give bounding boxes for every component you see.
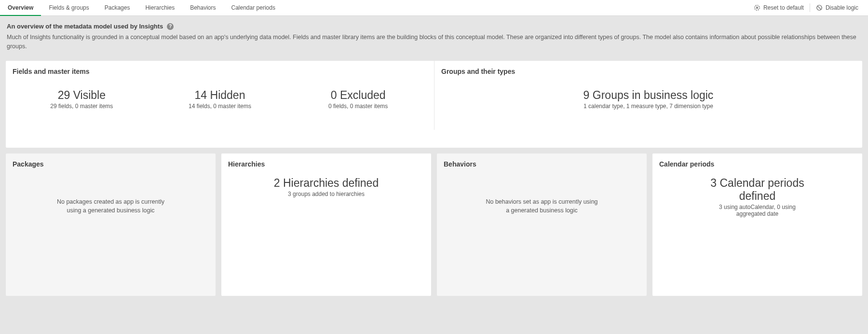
calendar-card: Calendar periods 3 Calendar periods defi… bbox=[652, 153, 862, 296]
groups-card-title: Groups and their types bbox=[441, 68, 855, 75]
stat-excluded-big: 0 Excluded bbox=[289, 89, 427, 102]
stat-groups-big: 9 Groups in business logic bbox=[441, 89, 855, 102]
stat-hidden-big: 14 Hidden bbox=[151, 89, 289, 102]
behaviors-card-title: Behaviors bbox=[444, 160, 640, 168]
tab-fields-groups[interactable]: Fields & groups bbox=[41, 0, 96, 16]
intro-title: An overview of the metadata model used b… bbox=[7, 23, 163, 30]
content: Fields and master items 29 Visible 29 fi… bbox=[0, 55, 868, 302]
tab-overview[interactable]: Overview bbox=[0, 0, 41, 16]
fields-master-items-panel: Fields and master items 29 Visible 29 fi… bbox=[6, 61, 434, 130]
behaviors-card: Behaviors No behaviors set as app is cur… bbox=[437, 153, 647, 296]
stat-excluded: 0 Excluded 0 fields, 0 master items bbox=[289, 89, 427, 110]
calendar-stat-big: 3 Calendar periods defined bbox=[705, 177, 811, 203]
help-icon[interactable]: ? bbox=[167, 23, 174, 30]
tabs-left: Overview Fields & groups Packages Hierar… bbox=[0, 0, 283, 16]
reset-to-default-button[interactable]: Reset to default bbox=[748, 0, 810, 16]
intro-desc: Much of Insights functionality is ground… bbox=[7, 33, 861, 51]
stat-groups-small: 1 calendar type, 1 measure type, 7 dimen… bbox=[441, 103, 855, 110]
tab-calendar-periods[interactable]: Calendar periods bbox=[224, 0, 283, 16]
behaviors-empty-text: No behaviors set as app is currently usi… bbox=[484, 188, 600, 215]
stat-visible: 29 Visible 29 fields, 0 master items bbox=[13, 89, 151, 110]
tabs-bar: Overview Fields & groups Packages Hierar… bbox=[0, 0, 868, 16]
stat-hidden-small: 14 fields, 0 master items bbox=[151, 103, 289, 110]
calendar-stat-small: 3 using autoCalendar, 0 using aggregated… bbox=[705, 204, 811, 217]
summary-card: Fields and master items 29 Visible 29 fi… bbox=[6, 61, 862, 148]
packages-card-title: Packages bbox=[13, 160, 209, 168]
svg-line-2 bbox=[817, 6, 821, 10]
tab-hierarchies[interactable]: Hierarchies bbox=[137, 0, 182, 16]
disable-icon bbox=[816, 4, 823, 11]
hierarchies-stat-small: 3 groups added to hierarchies bbox=[274, 191, 379, 197]
hierarchies-card: Hierarchies 2 Hierarchies defined 3 grou… bbox=[221, 153, 431, 296]
stat-hidden: 14 Hidden 14 fields, 0 master items bbox=[151, 89, 289, 110]
intro: An overview of the metadata model used b… bbox=[0, 16, 868, 55]
groups-stats-row: 9 Groups in business logic 1 calendar ty… bbox=[441, 89, 855, 110]
reset-icon bbox=[754, 4, 760, 11]
fields-card-title: Fields and master items bbox=[13, 68, 427, 75]
stat-groups: 9 Groups in business logic 1 calendar ty… bbox=[441, 89, 855, 110]
tabs-right: Reset to default Disable logic bbox=[748, 0, 868, 16]
hierarchies-stat-big: 2 Hierarchies defined bbox=[274, 177, 379, 190]
hierarchies-card-title: Hierarchies bbox=[228, 160, 424, 168]
intro-title-row: An overview of the metadata model used b… bbox=[7, 23, 861, 30]
reset-label: Reset to default bbox=[763, 4, 804, 11]
cards-row: Packages No packages created as app is c… bbox=[6, 153, 862, 296]
groups-panel: Groups and their types 9 Groups in busin… bbox=[434, 61, 862, 130]
disable-label: Disable logic bbox=[826, 4, 858, 11]
stat-excluded-small: 0 fields, 0 master items bbox=[289, 103, 427, 110]
tab-packages[interactable]: Packages bbox=[97, 0, 138, 16]
stat-visible-small: 29 fields, 0 master items bbox=[13, 103, 151, 110]
tab-behaviors[interactable]: Behaviors bbox=[182, 0, 223, 16]
stat-visible-big: 29 Visible bbox=[13, 89, 151, 102]
packages-empty-text: No packages created as app is currently … bbox=[53, 188, 169, 215]
calendar-card-title: Calendar periods bbox=[659, 160, 855, 168]
fields-stats-row: 29 Visible 29 fields, 0 master items 14 … bbox=[13, 89, 427, 110]
disable-logic-button[interactable]: Disable logic bbox=[810, 0, 864, 16]
packages-card: Packages No packages created as app is c… bbox=[6, 153, 216, 296]
